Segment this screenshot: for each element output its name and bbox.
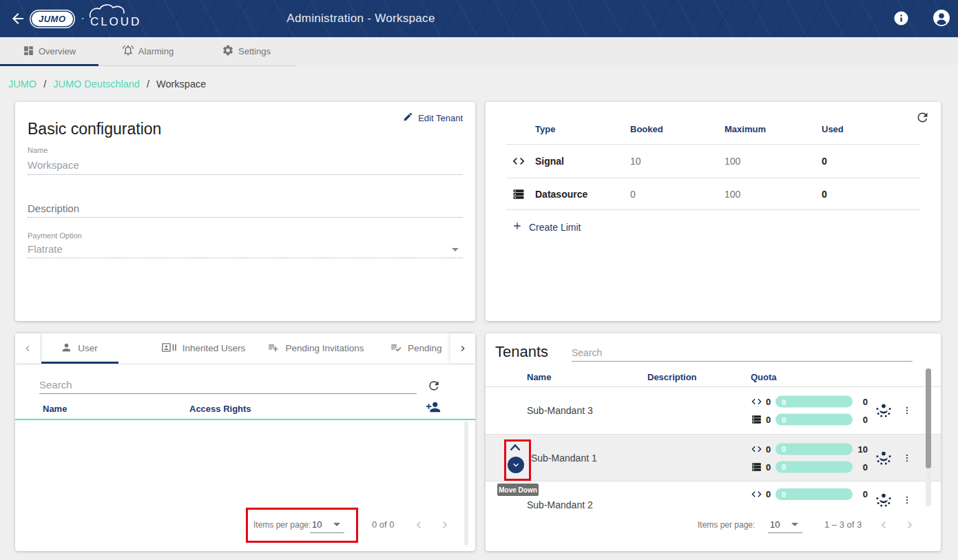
tab-settings[interactable]: Settings: [197, 37, 295, 65]
breadcrumb: JUMO / JUMO Deutschland / Workspace: [8, 79, 206, 90]
tenants-title: Tenants: [495, 343, 548, 361]
tab-pending-invitations[interactable]: Pending Invitations: [260, 333, 371, 363]
user-refresh-button[interactable]: [427, 379, 441, 395]
row-menu-button[interactable]: [902, 493, 912, 507]
tenant-users-button[interactable]: [875, 402, 893, 419]
breadcrumb-jumo[interactable]: JUMO: [8, 79, 37, 90]
chevron-right-icon: [457, 343, 468, 354]
tenant-group-icon: [875, 449, 893, 467]
previous-page-button[interactable]: [877, 518, 891, 532]
items-per-page-label: Items per page:: [253, 520, 311, 530]
tenant-users-button[interactable]: [875, 449, 893, 467]
chevron-right-icon: [438, 518, 452, 532]
items-per-page-select[interactable]: 10: [770, 519, 780, 530]
tenant-row-sub-mandant-1[interactable]: Sub-Mandant 1 0 0 10 0 0 0: [486, 435, 941, 481]
items-per-page-select[interactable]: 10: [312, 519, 322, 530]
tenants-search-input[interactable]: [572, 344, 913, 362]
tab-user[interactable]: User: [40, 333, 118, 363]
basic-configuration-card: Edit Tenant Basic configuration Name Wor…: [15, 102, 475, 321]
tenants-card: Tenants Name Description Quota Sub-Manda…: [486, 333, 941, 551]
name-field-underline: [28, 174, 463, 175]
chevron-down-icon: [510, 459, 521, 470]
quota-bar: 0: [775, 443, 853, 455]
column-maximum: Maximum: [725, 124, 766, 134]
column-name: Name: [527, 372, 551, 382]
quota-signal: 0 0 10: [751, 443, 868, 455]
user-search-input[interactable]: [39, 376, 417, 394]
create-limit-button[interactable]: Create Limit: [512, 220, 581, 234]
bell-icon: [122, 44, 134, 59]
table-header-divider: [15, 419, 475, 420]
tabs-scroll-left-button[interactable]: [15, 333, 40, 363]
account-button[interactable]: [933, 9, 950, 27]
chevron-right-icon: [903, 518, 917, 532]
users-card: User Inherited Users Pending Invitations…: [15, 333, 475, 551]
app-header: JUMO · CLOUD Administration - Workspace: [0, 0, 958, 37]
signal-code-icon: [751, 488, 762, 500]
payment-option-select[interactable]: Flatrate: [28, 243, 63, 255]
tab-overview[interactable]: Overview: [0, 37, 98, 65]
row-menu-button[interactable]: [902, 404, 912, 417]
tenant-row-sub-mandant-3[interactable]: Sub-Mandant 3 0 0 0 0 0 0: [486, 387, 941, 434]
add-user-button[interactable]: [426, 400, 441, 417]
account-icon: [933, 17, 950, 29]
inherited-users-icon: [160, 342, 177, 355]
kebab-menu-icon: [902, 493, 912, 507]
quota-datasource: 0 0 0: [751, 414, 868, 426]
tab-pending[interactable]: Pending: [389, 333, 450, 363]
row-menu-button[interactable]: [902, 451, 912, 465]
kebab-menu-icon: [902, 404, 912, 417]
refresh-icon: [915, 115, 930, 127]
tab-inherited-users[interactable]: Inherited Users: [143, 333, 263, 363]
quota-signal: 0 0 0: [751, 396, 868, 408]
refresh-button[interactable]: [915, 110, 930, 127]
users-scrollbar[interactable]: [464, 422, 468, 546]
name-field-value[interactable]: Workspace: [28, 159, 79, 171]
next-page-button[interactable]: [438, 518, 452, 532]
tenants-scrollbar-thumb[interactable]: [926, 369, 931, 468]
next-page-button[interactable]: [903, 518, 917, 532]
chevron-up-icon: [508, 442, 523, 453]
chevron-down-icon[interactable]: [791, 523, 798, 526]
chevron-left-icon: [877, 518, 891, 532]
description-field-label[interactable]: Description: [28, 203, 79, 214]
column-used: Used: [822, 124, 844, 134]
move-up-button[interactable]: [508, 442, 525, 456]
tab-alarming[interactable]: Alarming: [98, 37, 197, 65]
chevron-left-icon: [22, 343, 33, 354]
page-range-label: 1 – 3 of 3: [824, 519, 862, 530]
person-icon: [61, 342, 72, 355]
breadcrumb-workspace: Workspace: [156, 79, 206, 90]
datasource-icon: [751, 461, 762, 473]
datasource-icon: [751, 414, 762, 426]
chevron-down-icon[interactable]: [452, 248, 459, 251]
column-name: Name: [43, 404, 67, 414]
tenant-users-button[interactable]: [875, 491, 893, 509]
limits-card: Type Booked Maximum Used Signal 10 100 0…: [486, 102, 941, 321]
move-down-button[interactable]: [508, 457, 524, 473]
refresh-icon: [427, 383, 441, 395]
table-row-signal[interactable]: Signal 10 100 0: [486, 145, 941, 178]
tabs-scroll-right-button[interactable]: [450, 333, 475, 363]
name-field-label: Name: [28, 146, 48, 154]
table-row-datasource[interactable]: Datasource 0 100 0: [486, 178, 941, 209]
edit-tenant-button[interactable]: Edit Tenant: [403, 112, 463, 124]
page-title: Administration - Workspace: [0, 0, 722, 37]
dashboard-icon: [23, 45, 34, 59]
move-down-tooltip: Move Down: [497, 484, 539, 496]
info-button[interactable]: [893, 10, 909, 26]
quota-bar: 0: [775, 488, 853, 500]
quota-datasource: 0 0 0: [751, 461, 868, 473]
breadcrumb-jumo-deutschland[interactable]: JUMO Deutschland: [53, 79, 140, 90]
person-add-icon: [426, 405, 441, 417]
playlist-add-icon: [267, 342, 280, 355]
payment-field-underline: [28, 258, 463, 258]
playlist-check-icon: [389, 342, 402, 355]
signal-code-icon: [751, 396, 762, 408]
reorder-controls: [507, 442, 525, 456]
items-per-page-label: Items per page:: [698, 520, 755, 530]
description-field-underline: [28, 217, 463, 218]
previous-page-button[interactable]: [412, 518, 426, 532]
tenant-row-sub-mandant-2[interactable]: Sub-Mandant 2 0 0 0: [486, 481, 941, 523]
chevron-down-icon[interactable]: [333, 523, 340, 526]
